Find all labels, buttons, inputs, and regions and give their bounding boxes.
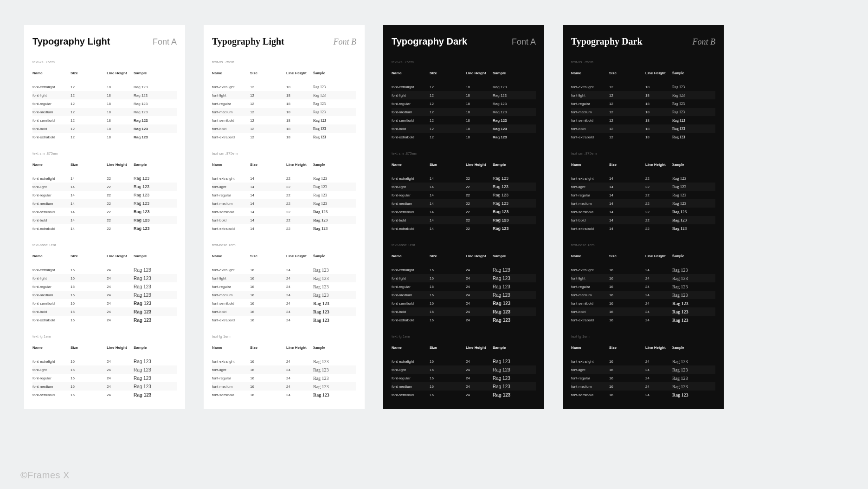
section-label: text-xs .75em (32, 60, 177, 64)
table-row: font-medium1624Rag 123 (212, 291, 356, 299)
table-row: font-extrabold1218Rag 123 (392, 133, 536, 141)
table-row: font-light1624Rag 123 (32, 274, 177, 282)
cell-name: font-extrabold (571, 135, 609, 139)
table-header-row: NameSizeLine HeightSample (212, 69, 356, 77)
cell-line-height: 18 (286, 93, 313, 98)
cell-size: 12 (71, 127, 107, 131)
cell-name: font-semibold (212, 210, 250, 214)
cell-size: 16 (250, 268, 286, 272)
cell-size: 12 (71, 93, 107, 98)
cell-sample: Rag 123 (493, 93, 536, 98)
col-header-sample: Sample (493, 163, 536, 167)
col-header-size: Size (609, 163, 645, 167)
cell-line-height: 22 (286, 185, 313, 189)
section-label: text-base 1em (32, 243, 177, 247)
cell-sample: Rag 123 (672, 127, 715, 131)
cell-name: font-light (32, 93, 71, 98)
type-section: text-xs .75emNameSizeLine HeightSamplefo… (571, 60, 715, 141)
table-row: font-extrabold1422Rag 123 (32, 224, 177, 233)
cell-size: 12 (609, 93, 645, 98)
col-header-lh: Line Height (286, 163, 313, 167)
cell-sample: Rag 123 (672, 392, 715, 398)
cell-name: font-regular (32, 102, 71, 106)
cell-sample: Rag 123 (672, 218, 715, 222)
cell-name: font-medium (571, 110, 609, 114)
table-row: font-light1218Rag 123 (571, 91, 715, 99)
cell-size: 14 (430, 185, 466, 189)
table-row: font-medium1624Rag 123 (392, 382, 536, 391)
cell-sample: Rag 123 (134, 110, 177, 114)
cell-sample: Rag 123 (134, 376, 177, 381)
cell-line-height: 24 (466, 301, 493, 306)
table-header-row: NameSizeLine HeightSample (392, 69, 536, 77)
cell-sample: Rag 123 (493, 301, 536, 306)
cell-size: 16 (430, 393, 466, 397)
cell-name: font-medium (32, 385, 71, 389)
cell-line-height: 18 (645, 127, 672, 131)
table-row: font-extralight1624Rag 123 (571, 266, 715, 274)
cell-name: font-bold (392, 310, 430, 314)
cell-line-height: 18 (286, 85, 313, 89)
cell-sample: Rag 123 (493, 184, 536, 189)
cell-size: 12 (250, 135, 286, 139)
section-label: text-lg 1em (212, 334, 356, 339)
cell-name: font-semibold (212, 393, 250, 397)
panel-header: Typography LightFont B (212, 36, 356, 47)
cell-sample: Rag 123 (134, 318, 177, 323)
table-header-row: NameSizeLine HeightSample (571, 160, 715, 169)
col-header-sample: Sample (134, 163, 177, 167)
table-row: font-regular1624Rag 123 (392, 282, 536, 291)
panel-font-label: Font B (693, 37, 716, 47)
table-row: font-bold1624Rag 123 (571, 307, 715, 316)
cell-name: font-extralight (212, 359, 250, 364)
col-header-sample: Sample (672, 346, 715, 350)
cell-line-height: 24 (286, 385, 313, 389)
table-row: font-semibold1624Rag 123 (571, 391, 715, 399)
type-section: text-xs .75emNameSizeLine HeightSamplefo… (392, 60, 536, 141)
cell-size: 12 (250, 93, 286, 98)
cell-sample: Rag 123 (313, 193, 356, 197)
cell-size: 12 (430, 93, 466, 98)
cell-sample: Rag 123 (134, 267, 177, 273)
cell-name: font-medium (32, 293, 71, 297)
cell-line-height: 24 (466, 293, 493, 297)
cell-size: 14 (71, 218, 107, 222)
cell-sample: Rag 123 (672, 384, 715, 389)
cell-sample: Rag 123 (313, 359, 356, 364)
cell-line-height: 18 (645, 93, 672, 98)
cell-size: 16 (609, 301, 645, 306)
table-row: font-bold1422Rag 123 (212, 216, 356, 224)
cell-name: font-regular (212, 102, 250, 106)
cell-name: font-light (32, 185, 71, 189)
cell-line-height: 22 (286, 202, 313, 206)
cell-sample: Rag 123 (672, 267, 715, 273)
cell-sample: Rag 123 (313, 102, 356, 106)
cell-sample: Rag 123 (134, 226, 177, 231)
table-row: font-medium1624Rag 123 (32, 382, 177, 391)
cell-sample: Rag 123 (134, 367, 177, 372)
cell-line-height: 24 (107, 368, 134, 372)
cell-size: 12 (430, 110, 466, 114)
cell-name: font-regular (212, 285, 250, 289)
col-header-sample: Sample (493, 346, 536, 350)
table-row: font-semibold1218Rag 123 (212, 116, 356, 124)
cell-name: font-extrabold (212, 318, 250, 322)
cell-line-height: 18 (107, 135, 134, 139)
cell-sample: Rag 123 (313, 201, 356, 206)
cell-sample: Rag 123 (672, 176, 715, 181)
cell-sample: Rag 123 (134, 284, 177, 289)
cell-sample: Rag 123 (313, 293, 356, 298)
cell-line-height: 22 (645, 218, 672, 222)
type-section: text-lg 1emNameSizeLine HeightSamplefont… (32, 334, 177, 399)
cell-line-height: 24 (645, 385, 672, 389)
cell-size: 14 (609, 185, 645, 189)
cell-name: font-semibold (32, 301, 71, 306)
cell-size: 16 (430, 301, 466, 306)
cell-size: 16 (250, 376, 286, 380)
type-section: text-xs .75emNameSizeLine HeightSamplefo… (212, 60, 356, 141)
cell-size: 16 (430, 293, 466, 297)
panel-title: Typography Light (32, 36, 110, 47)
cell-size: 12 (609, 118, 645, 123)
section-label: text-lg 1em (571, 334, 715, 339)
cell-size: 16 (71, 385, 107, 389)
